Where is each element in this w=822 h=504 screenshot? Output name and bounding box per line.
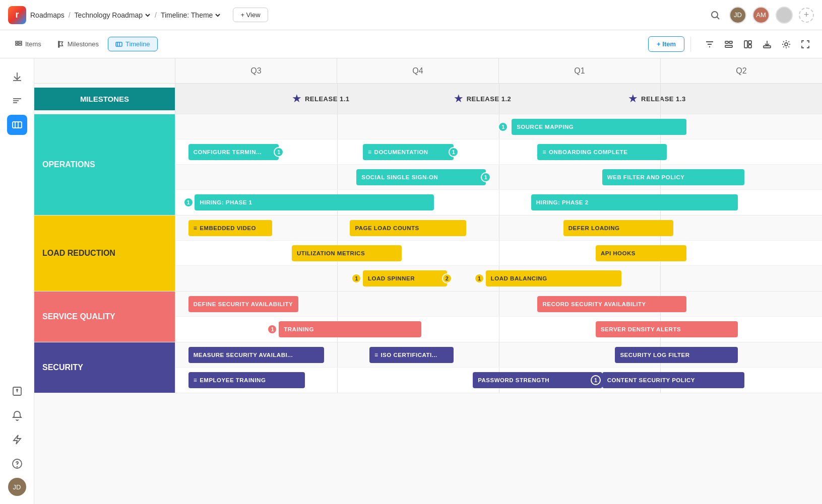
badge-hiring1: 1 [183,197,194,207]
fullscreen-icon[interactable] [797,36,814,53]
breadcrumb: Roadmaps / Technology Roadmap / Timeline… [30,11,221,19]
bar-security-log-filter[interactable]: SECURITY LOG FILTER [615,347,738,363]
svg-rect-15 [748,45,751,48]
bar-define-security[interactable]: DEFINE SECURITY AVAILABILITY [188,296,298,312]
top-nav: r Roadmaps / Technology Roadmap / Timeli… [0,0,822,30]
bar-documentation[interactable]: ≡DOCUMENTATION [363,144,454,160]
star-icon-3: ★ [628,92,638,105]
security-label: SECURITY [34,355,91,380]
bar-source-mapping[interactable]: SOURCE MAPPING [512,119,686,135]
bar-training[interactable]: TRAINING [279,321,421,337]
bar-embedded-video[interactable]: ≡EMBEDDED VIDEO [188,220,273,236]
milestone-release-1-2[interactable]: ★ RELEASE 1.2 [454,92,512,105]
view-button[interactable]: + View [233,8,268,22]
bar-measure-security[interactable]: MEASURE SECURITY AVAILABI... [188,347,324,363]
settings-icon[interactable] [778,36,795,53]
nav-roadmaps[interactable]: Roadmaps [30,11,65,19]
iso-icon: ≡ [374,351,378,358]
sidebar-timeline-icon[interactable] [7,115,27,135]
operations-row-0: 1 SOURCE MAPPING [175,114,822,139]
filter-icon[interactable] [701,36,718,53]
milestone-release-1-3[interactable]: ★ RELEASE 1.3 [628,92,686,105]
svg-rect-4 [19,41,22,43]
milestone-release-1-1[interactable]: ★ RELEASE 1.1 [292,92,350,105]
badge-source-mapping: 1 [498,122,508,132]
bar-iso-cert[interactable]: ≡ISO CERTIFICATI... [369,347,454,363]
avatar-3[interactable] [776,7,793,24]
bar-server-density[interactable]: SERVER DENSITY ALERTS [596,321,738,337]
security-row-1: ≡EMPLOYEE TRAINING PASSWORD STRENGTH 1 C… [175,368,822,393]
bar-employee-training[interactable]: ≡EMPLOYEE TRAINING [188,372,305,388]
group-icon[interactable] [720,36,737,53]
bar-hiring-phase-2[interactable]: HIRING: PHASE 2 [531,194,738,210]
nav-tech-roadmap[interactable]: Technology Roadmap [75,11,151,19]
tab-items[interactable]: Items [8,37,48,51]
svg-rect-14 [748,41,751,44]
tab-milestones[interactable]: Milestones [50,37,106,51]
bar-hiring-phase-1[interactable]: HIRING: PHASE 1 [195,194,434,210]
bar-onboarding-complete[interactable]: ≡ONBOARDING COMPLETE [537,144,667,160]
svg-rect-22 [13,122,22,128]
svg-rect-7 [116,42,122,46]
badge-content-security: 1 [591,375,601,385]
nav-icons: JD AM + [707,7,814,24]
timeline-header: Q3 Q4 Q1 Q2 [34,58,822,84]
sidebar-download-icon[interactable] [7,66,27,87]
svg-rect-2 [16,41,18,43]
sidebar-list-icon[interactable] [7,91,27,111]
badge-load-spinner-2: 2 [442,273,452,283]
security-group: SECURITY MEASURE SECURITY AVAILABI... ≡I… [34,342,822,393]
avatar-2[interactable]: AM [752,7,770,24]
layout-icon[interactable] [739,36,756,53]
bar-record-security[interactable]: RECORD SECURITY AVAILABILITY [537,296,686,312]
load-reduction-row-1: UTILIZATION METRICS API HOOKS [175,241,822,266]
milestone-text-2: RELEASE 1.2 [467,95,512,103]
bar-content-security-policy[interactable]: CONTENT SECURITY POLICY [602,372,744,388]
badge-sso: 1 [481,172,491,182]
operations-label: OPERATIONS [34,152,103,177]
bar-api-hooks[interactable]: API HOOKS [596,245,686,261]
bar-password-strength[interactable]: PASSWORD STRENGTH [473,372,602,388]
sidebar-help-icon[interactable] [7,454,27,474]
bar-page-load-counts[interactable]: PAGE LOAD COUNTS [350,220,466,236]
svg-line-1 [717,17,720,19]
tab-timeline[interactable]: Timeline [108,37,158,51]
security-row-0: MEASURE SECURITY AVAILABI... ≡ISO CERTIF… [175,342,822,368]
milestone-text-1: RELEASE 1.1 [305,95,350,103]
operations-row-2: SOCIAL SINGLE SIGN-ON 1 WEB FILTER AND P… [175,165,822,190]
sidebar-bell-icon[interactable] [7,405,27,425]
bar-load-balancing[interactable]: LOAD BALANCING [486,270,621,286]
milestones-group: MILESTONES ★ RELEASE 1.1 ★ RELEASE 1.2 ★… [34,84,822,114]
bar-load-spinner[interactable]: LOAD SPINNER [363,270,447,286]
svg-point-17 [785,43,788,46]
svg-rect-11 [729,41,732,43]
badge-load-spinner-1: 1 [351,273,361,283]
sidebar-upload-icon[interactable] [7,381,27,401]
svg-rect-13 [744,41,747,48]
sidebar-bolt-icon[interactable] [7,429,27,450]
service-quality-row-0: DEFINE SECURITY AVAILABILITY RECORD SECU… [175,292,822,317]
bar-web-filter[interactable]: WEB FILTER AND POLICY [602,169,744,185]
toolbar: Items Milestones Timeline + Item [0,30,822,58]
bar-social-sso[interactable]: SOCIAL SINGLE SIGN-ON [356,169,486,185]
bar-defer-loading[interactable]: DEFER LOADING [563,220,673,236]
logo-icon[interactable]: r [8,6,26,24]
avatar-1[interactable]: JD [729,7,746,24]
operations-group: OPERATIONS 1 SOURCE MAPPING [34,114,822,215]
badge-documentation: 1 [449,147,459,157]
nav-timeline-theme[interactable]: Timeline: Theme [161,11,221,19]
embedded-icon: ≡ [194,225,198,232]
search-icon[interactable] [707,7,723,23]
bar-utilization-metrics[interactable]: UTILIZATION METRICS [292,245,402,261]
load-reduction-row-0: ≡EMBEDDED VIDEO PAGE LOAD COUNTS DEFER L… [175,215,822,241]
service-quality-label: SERVICE QUALITY [34,304,123,329]
sidebar-avatar[interactable]: JD [8,478,26,496]
add-user-button[interactable]: + [799,8,814,23]
quarter-q1: Q1 [499,58,661,83]
operations-row-3: 1 HIRING: PHASE 1 HIRING: PHASE 2 [175,190,822,215]
operations-row-1: CONFIGURE TERMIN... 1 ≡DOCUMENTATION 1 ≡… [175,139,822,165]
export-icon[interactable] [758,36,776,53]
main-timeline: Q3 Q4 Q1 Q2 MILESTONES ★ RELEASE 1.1 ★ [34,58,822,504]
bar-configure-termin[interactable]: CONFIGURE TERMIN... [188,144,279,160]
add-item-button[interactable]: + Item [648,36,684,52]
